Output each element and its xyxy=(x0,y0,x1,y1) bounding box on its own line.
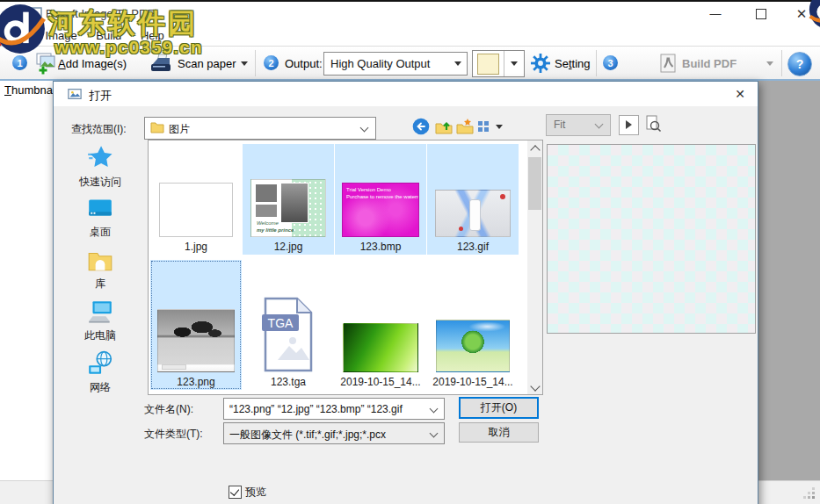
maximize-button[interactable] xyxy=(742,2,780,25)
filename-input[interactable]: “123.png” “12.jpg” “123.bmp” “123.gif xyxy=(223,398,445,420)
file-item[interactable]: 1.jpg xyxy=(150,144,242,255)
resize-grip[interactable] xyxy=(812,496,815,499)
sidebar-item-label: 库 xyxy=(54,277,147,292)
file-list: 1.jpg Welcome my little prince 12.jpg Tr… xyxy=(148,140,543,395)
color-dropdown[interactable] xyxy=(504,51,524,76)
output-label: Output: xyxy=(285,57,323,70)
view-menu-button[interactable] xyxy=(477,118,495,135)
filetype-label: 文件类型(T): xyxy=(144,427,203,442)
sidebar-item-label: 网络 xyxy=(54,380,147,395)
sidebar-item-libraries[interactable]: 库 xyxy=(54,247,147,299)
sidebar-item-quick-access[interactable]: 快速访问 xyxy=(54,143,147,195)
preview-checkbox-label[interactable]: 预览 xyxy=(245,485,266,500)
file-thumbnail: TGA xyxy=(260,297,316,372)
file-item[interactable]: Trial Version Demo Purchase to remove th… xyxy=(335,144,426,255)
this-pc-icon xyxy=(86,314,114,328)
toolbar: 1 Add Image(s) Scan paper 2 Output: High… xyxy=(0,46,820,80)
menu-file[interactable]: File xyxy=(0,26,34,45)
new-folder-button[interactable] xyxy=(456,118,474,135)
play-icon xyxy=(626,120,632,129)
menu-image[interactable]: Image xyxy=(38,26,85,45)
dialog-close-button[interactable]: ✕ xyxy=(735,87,745,101)
file-thumbnail: Welcome my little prince xyxy=(250,179,326,237)
look-in-value: 图片 xyxy=(169,122,190,137)
file-thumbnail: Trial Version Demo Purchase to remove th… xyxy=(342,183,419,237)
dialog-title: 打开 xyxy=(89,88,112,104)
up-one-level-button[interactable] xyxy=(435,118,453,135)
file-thumbnail xyxy=(157,309,235,372)
maximize-icon xyxy=(756,9,766,19)
titlebar: Boxoft Image To PDF — ✕ xyxy=(0,0,820,26)
menu-help[interactable]: Help xyxy=(133,26,172,45)
preview-checkbox[interactable] xyxy=(229,486,242,499)
preview-zoom-button[interactable] xyxy=(644,115,662,133)
scroll-down-arrow[interactable] xyxy=(530,381,540,391)
scroll-up-arrow[interactable] xyxy=(530,145,540,155)
tab-thumbnail[interactable]: Thumbnail xyxy=(4,83,58,97)
dialog-icon xyxy=(68,87,82,104)
file-item[interactable]: 123.gif xyxy=(427,144,519,255)
view-menu-dropdown-arrow[interactable] xyxy=(496,125,503,129)
chevron-down-icon xyxy=(595,120,604,129)
cancel-button[interactable]: 取消 xyxy=(459,422,539,443)
scan-paper-dropdown-arrow[interactable] xyxy=(241,61,248,66)
sidebar-item-label: 快速访问 xyxy=(54,175,147,190)
color-swatch xyxy=(477,54,499,75)
chevron-down-icon xyxy=(360,124,369,133)
file-item[interactable]: Welcome my little prince 12.jpg xyxy=(243,144,334,255)
color-dropdown-arrow xyxy=(511,61,518,66)
file-item[interactable]: 2019-10-15_14... xyxy=(335,260,426,390)
filetype-value: 一般图像文件 (*.tif;*.gif;*.jpg;*.pcx xyxy=(229,428,386,443)
toolbar-separator xyxy=(781,50,782,76)
sidebar-item-label: 桌面 xyxy=(54,225,147,240)
sidebar-item-network[interactable]: 网络 xyxy=(54,350,147,402)
build-pdf-icon xyxy=(657,53,678,76)
toolbar-separator xyxy=(596,50,597,76)
build-pdf-dropdown-arrow[interactable] xyxy=(766,61,773,66)
play-preview-button[interactable] xyxy=(619,115,639,135)
output-quality-select[interactable]: High Quality Output xyxy=(323,52,468,76)
file-thumbnail xyxy=(435,190,511,237)
back-button[interactable] xyxy=(412,118,430,135)
add-images-button[interactable]: Add Image(s) xyxy=(58,57,127,70)
places-sidebar: 快速访问 桌面 库 此电脑 网络 xyxy=(54,143,147,402)
scan-paper-icon xyxy=(149,54,172,76)
close-button[interactable]: ✕ xyxy=(782,2,820,25)
app-icon xyxy=(26,5,42,24)
scrollbar-thumb[interactable] xyxy=(528,157,541,210)
scrollbar[interactable] xyxy=(527,140,542,394)
open-dialog: 打开 ✕ 查找范围(I): 图片 Fit xyxy=(53,81,758,504)
look-in-select[interactable]: 图片 xyxy=(144,117,376,140)
file-item[interactable]: TGA 123.tga xyxy=(243,260,334,390)
desktop-icon xyxy=(86,211,114,224)
minimize-button[interactable]: — xyxy=(696,2,735,25)
filename-label: 文件名(N): xyxy=(144,402,193,417)
dialog-titlebar: 打开 ✕ xyxy=(54,82,758,106)
build-pdf-button[interactable]: Build PDF xyxy=(682,57,737,70)
file-item[interactable]: 123.png xyxy=(150,260,242,390)
sidebar-item-desktop[interactable]: 桌面 xyxy=(54,195,147,247)
chevron-down-icon xyxy=(430,429,439,438)
add-images-icon xyxy=(33,52,56,77)
network-icon xyxy=(86,366,114,379)
sidebar-item-label: 此电脑 xyxy=(54,328,147,343)
libraries-icon xyxy=(86,263,114,276)
menu-build[interactable]: Build xyxy=(88,26,129,45)
color-picker[interactable] xyxy=(472,50,525,77)
file-thumbnail xyxy=(159,183,233,237)
folder-icon xyxy=(150,121,164,136)
help-button[interactable]: ? xyxy=(787,52,812,76)
preview-pane xyxy=(547,144,756,334)
scan-paper-button[interactable]: Scan paper xyxy=(178,57,236,70)
file-item[interactable]: 2019-10-15_14... xyxy=(427,260,519,390)
sidebar-item-this-pc[interactable]: 此电脑 xyxy=(54,299,147,350)
filetype-select[interactable]: 一般图像文件 (*.tif;*.gif;*.jpg;*.pcx xyxy=(223,422,445,444)
open-button[interactable]: 打开(O) xyxy=(459,397,539,419)
chevron-down-icon xyxy=(430,405,439,414)
step-1-badge: 1 xyxy=(12,55,27,70)
step-3-badge: 3 xyxy=(603,55,618,70)
window-title: Boxoft Image To PDF xyxy=(46,7,154,20)
setting-button[interactable]: Setting xyxy=(555,57,591,70)
zoom-fit-select[interactable]: Fit xyxy=(546,114,611,136)
look-in-label: 查找范围(I): xyxy=(71,122,127,137)
